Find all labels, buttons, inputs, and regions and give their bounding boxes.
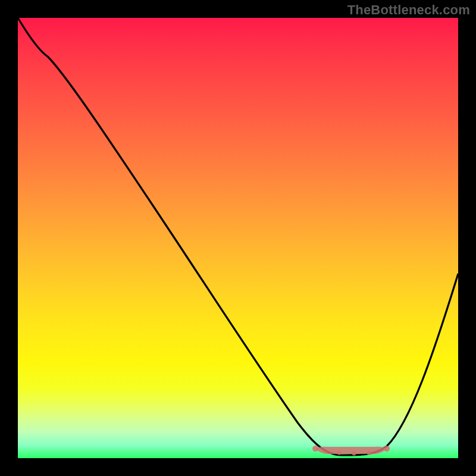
curve-path bbox=[18, 18, 458, 455]
plot-area bbox=[18, 18, 458, 458]
svg-point-2 bbox=[337, 451, 342, 455]
svg-point-0 bbox=[312, 446, 318, 452]
chart-frame: TheBottleneck.com bbox=[0, 0, 476, 476]
svg-point-1 bbox=[384, 446, 390, 452]
svg-point-3 bbox=[352, 452, 356, 456]
bottleneck-curve bbox=[18, 18, 458, 458]
valley-highlight bbox=[312, 446, 390, 456]
watermark-text: TheBottleneck.com bbox=[347, 2, 470, 18]
svg-point-4 bbox=[367, 451, 371, 455]
